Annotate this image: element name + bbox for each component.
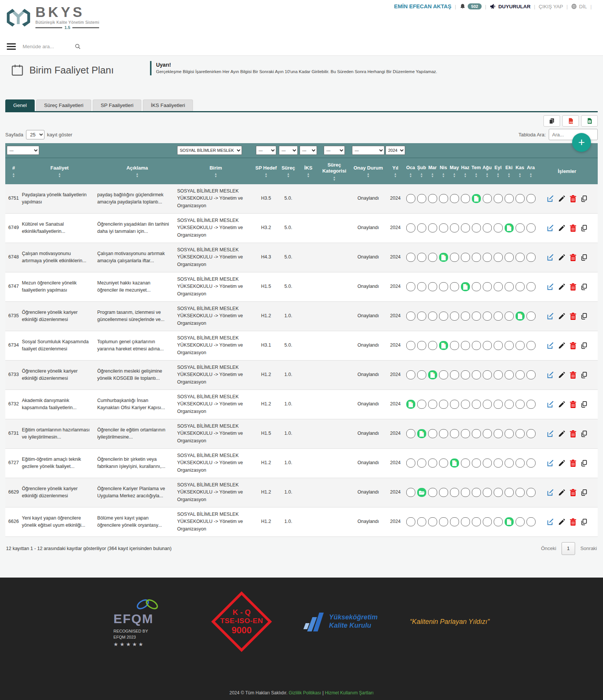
column-header-8[interactable]: Onay Durum▲▼ [351, 165, 386, 178]
month-status-Nis[interactable] [439, 488, 448, 497]
month-status-Tem[interactable] [472, 400, 481, 409]
pagination-next[interactable]: Sonraki [580, 546, 597, 551]
month-status-Tem[interactable] [472, 312, 481, 321]
user-name[interactable]: EMİN EFECAN AKTAŞ [394, 3, 451, 9]
sort-arrows-icon[interactable]: ▲▼ [464, 173, 467, 178]
filter-birim-select[interactable]: SOSYAL BİLİMLER MESLEK Y [177, 146, 242, 155]
month-status-Nis[interactable] [439, 282, 448, 291]
month-status-May[interactable] [450, 312, 459, 321]
sort-arrows-icon[interactable]: ▲▼ [453, 173, 456, 178]
month-status-Oca[interactable] [406, 312, 415, 321]
menu-search-input[interactable] [23, 44, 68, 49]
filter-yil-select[interactable]: 2024 [386, 146, 405, 155]
month-status-Eyl[interactable] [494, 429, 503, 438]
month-status-Eyl[interactable] [494, 370, 503, 379]
month-status-Nis[interactable] [439, 400, 448, 409]
month-status-Mar[interactable] [428, 459, 437, 468]
sort-arrows-icon[interactable]: ▲▼ [214, 173, 217, 178]
month-status-Haz[interactable] [461, 488, 470, 497]
filter-sp-hedef-select[interactable]: --- [256, 146, 276, 155]
column-header-actions[interactable]: İşlemler [536, 168, 598, 174]
month-status-Kas[interactable] [516, 194, 525, 203]
month-status-Eyl[interactable] [494, 312, 503, 321]
month-status-Ağu[interactable] [483, 459, 492, 468]
edit-action-button[interactable] [546, 254, 554, 261]
month-status-Nis[interactable] [439, 459, 448, 468]
month-status-Eyl[interactable] [494, 400, 503, 409]
month-status-May[interactable] [450, 194, 459, 203]
month-status-Tem[interactable] [472, 194, 481, 203]
delete-action-button[interactable] [569, 459, 577, 467]
column-header-month-Mar[interactable]: Mar▲▼ [427, 165, 438, 178]
month-status-Ağu[interactable] [483, 282, 492, 291]
month-status-Haz[interactable] [461, 253, 470, 262]
month-status-Eki[interactable] [505, 488, 514, 497]
month-status-Kas[interactable] [516, 223, 525, 232]
edit-action-button[interactable] [546, 459, 554, 467]
duplicate-action-button[interactable] [580, 224, 588, 232]
month-status-Şub[interactable] [417, 282, 426, 291]
month-status-Kas[interactable] [516, 517, 525, 526]
month-status-Eyl[interactable] [494, 282, 503, 291]
sort-arrows-icon[interactable]: ▲▼ [486, 173, 489, 178]
month-status-Eki[interactable] [505, 517, 514, 526]
month-status-Tem[interactable] [472, 370, 481, 379]
month-status-Mar[interactable] [428, 429, 437, 438]
delete-action-button[interactable] [569, 371, 577, 379]
duplicate-action-button[interactable] [580, 459, 588, 467]
filter-kategori-select[interactable]: --- [324, 146, 345, 155]
month-status-Oca[interactable] [406, 282, 415, 291]
month-status-Ara[interactable] [526, 400, 536, 409]
month-status-Eyl[interactable] [494, 223, 503, 232]
sort-arrows-icon[interactable]: ▲▼ [58, 173, 61, 178]
month-status-Ağu[interactable] [483, 488, 492, 497]
column-header-9[interactable]: Yıl▲▼ [386, 165, 405, 178]
month-status-Şub[interactable] [417, 370, 426, 379]
pencil-action-button[interactable] [558, 342, 566, 349]
month-status-Tem[interactable] [472, 517, 481, 526]
tab-0[interactable]: Genel [5, 99, 35, 111]
month-status-Ara[interactable] [526, 194, 536, 203]
pencil-action-button[interactable] [558, 312, 566, 320]
month-status-Şub[interactable] [417, 194, 426, 203]
sort-arrows-icon[interactable]: ▲▼ [333, 176, 336, 181]
month-status-Ara[interactable] [526, 429, 536, 438]
filter-iks-select[interactable]: --- [300, 146, 317, 155]
sort-arrows-icon[interactable]: ▲▼ [530, 173, 533, 178]
column-header-month-Ara[interactable]: Ara▲▼ [525, 165, 536, 178]
page-size-select[interactable]: 25 [26, 130, 44, 139]
privacy-policy-link[interactable]: Gizlilik Politikası [289, 690, 321, 695]
month-status-Nis[interactable] [439, 429, 448, 438]
language-button[interactable]: DİL [571, 3, 587, 9]
sort-arrows-icon[interactable]: ▲▼ [394, 173, 397, 178]
delete-action-button[interactable] [569, 254, 577, 261]
month-status-Ara[interactable] [526, 517, 536, 526]
copy-export-button[interactable] [543, 115, 560, 127]
month-status-Ağu[interactable] [483, 517, 492, 526]
month-status-Tem[interactable] [472, 488, 481, 497]
filter-faaliyet-select[interactable]: --- [7, 146, 39, 155]
month-status-Kas[interactable] [516, 253, 525, 262]
delete-action-button[interactable] [569, 518, 577, 526]
edit-action-button[interactable] [546, 400, 554, 408]
tab-2[interactable]: SP Faaliyetleri [93, 99, 141, 111]
month-status-Şub[interactable] [417, 488, 426, 497]
column-header-4[interactable]: SP Hedef▲▼ [254, 165, 278, 178]
month-status-Nis[interactable] [439, 253, 448, 262]
month-status-Şub[interactable] [417, 223, 426, 232]
pagination-current-page[interactable]: 1 [562, 542, 575, 555]
month-status-Mar[interactable] [428, 341, 437, 350]
month-status-Oca[interactable] [406, 341, 415, 350]
month-status-Ara[interactable] [526, 253, 536, 262]
month-status-May[interactable] [450, 400, 459, 409]
column-header-month-Eki[interactable]: Eki▲▼ [504, 165, 514, 178]
month-status-Nis[interactable] [439, 341, 448, 350]
month-status-Ağu[interactable] [483, 370, 492, 379]
column-header-2[interactable]: Açıklama▲▼ [97, 165, 177, 178]
sort-arrows-icon[interactable]: ▲▼ [475, 173, 478, 178]
month-status-Haz[interactable] [461, 459, 470, 468]
notifications-button[interactable]: 502 [459, 3, 481, 10]
month-status-Kas[interactable] [516, 488, 525, 497]
month-status-Eki[interactable] [505, 341, 514, 350]
edit-action-button[interactable] [546, 195, 554, 203]
